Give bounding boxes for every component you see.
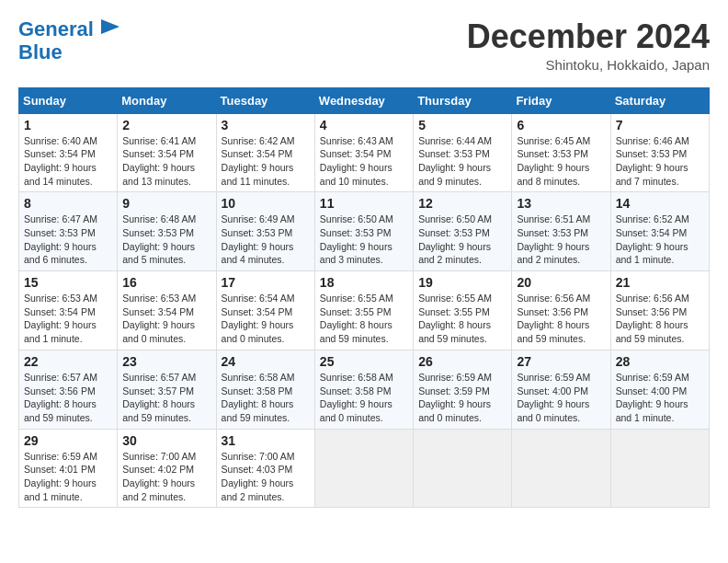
day-number: 8 (24, 196, 112, 211)
day-number: 12 (418, 196, 506, 211)
title-section: December 2024 Shintoku, Hokkaido, Japan (467, 18, 710, 73)
calendar-cell: 19Sunrise: 6:55 AMSunset: 3:55 PMDayligh… (414, 271, 512, 350)
day-number: 4 (320, 118, 408, 132)
calendar-cell: 28Sunrise: 6:59 AMSunset: 4:00 PMDayligh… (610, 350, 709, 429)
logo-text: General (18, 18, 119, 41)
calendar-week-row: 15Sunrise: 6:53 AMSunset: 3:54 PMDayligh… (19, 271, 710, 350)
calendar-cell: 5Sunrise: 6:44 AMSunset: 3:53 PMDaylight… (414, 113, 512, 192)
location: Shintoku, Hokkaido, Japan (467, 57, 710, 73)
calendar-cell: 9Sunrise: 6:48 AMSunset: 3:53 PMDaylight… (118, 192, 216, 271)
calendar-cell (610, 429, 709, 508)
cell-info: Sunrise: 6:45 AMSunset: 3:53 PMDaylight:… (517, 134, 605, 189)
cell-info: Sunrise: 7:00 AMSunset: 4:03 PMDaylight:… (222, 450, 310, 504)
calendar-cell: 27Sunrise: 6:59 AMSunset: 4:00 PMDayligh… (512, 350, 610, 429)
day-number: 14 (616, 196, 704, 211)
day-number: 28 (616, 354, 704, 369)
calendar-cell: 2Sunrise: 6:41 AMSunset: 3:54 PMDaylight… (118, 113, 216, 192)
calendar-cell: 10Sunrise: 6:49 AMSunset: 3:53 PMDayligh… (216, 192, 314, 271)
day-number: 17 (222, 275, 310, 290)
calendar-header-wednesday: Wednesday (314, 87, 413, 113)
cell-info: Sunrise: 6:55 AMSunset: 3:55 PMDaylight:… (418, 292, 506, 346)
day-number: 5 (418, 118, 506, 132)
calendar-cell: 22Sunrise: 6:57 AMSunset: 3:56 PMDayligh… (19, 350, 118, 429)
cell-info: Sunrise: 6:59 AMSunset: 4:00 PMDaylight:… (616, 371, 704, 425)
day-number: 23 (122, 354, 210, 369)
day-number: 27 (517, 354, 605, 369)
day-number: 16 (122, 275, 210, 290)
cell-info: Sunrise: 6:50 AMSunset: 3:53 PMDaylight:… (418, 213, 506, 267)
calendar-cell: 20Sunrise: 6:56 AMSunset: 3:56 PMDayligh… (512, 271, 610, 350)
calendar-cell: 26Sunrise: 6:59 AMSunset: 3:59 PMDayligh… (414, 350, 512, 429)
cell-info: Sunrise: 6:59 AMSunset: 4:00 PMDaylight:… (517, 371, 605, 425)
calendar-header-saturday: Saturday (610, 87, 709, 113)
cell-info: Sunrise: 6:49 AMSunset: 3:53 PMDaylight:… (222, 213, 310, 267)
calendar-table: SundayMondayTuesdayWednesdayThursdayFrid… (18, 87, 710, 509)
day-number: 9 (122, 196, 210, 211)
day-number: 13 (517, 196, 605, 211)
calendar-cell: 29Sunrise: 6:59 AMSunset: 4:01 PMDayligh… (19, 429, 118, 508)
day-number: 1 (24, 118, 112, 132)
calendar-cell: 3Sunrise: 6:42 AMSunset: 3:54 PMDaylight… (216, 113, 314, 192)
cell-info: Sunrise: 6:47 AMSunset: 3:53 PMDaylight:… (24, 213, 112, 267)
calendar-cell: 13Sunrise: 6:51 AMSunset: 3:53 PMDayligh… (512, 192, 610, 271)
calendar-cell: 30Sunrise: 7:00 AMSunset: 4:02 PMDayligh… (118, 429, 216, 508)
calendar-week-row: 29Sunrise: 6:59 AMSunset: 4:01 PMDayligh… (19, 429, 710, 508)
calendar-header-monday: Monday (118, 87, 216, 113)
cell-info: Sunrise: 6:46 AMSunset: 3:53 PMDaylight:… (616, 134, 704, 189)
calendar-week-row: 1Sunrise: 6:40 AMSunset: 3:54 PMDaylight… (19, 113, 710, 192)
calendar-cell (414, 429, 512, 508)
day-number: 10 (222, 196, 310, 211)
calendar-header-thursday: Thursday (414, 87, 512, 113)
calendar-cell (512, 429, 610, 508)
cell-info: Sunrise: 6:48 AMSunset: 3:53 PMDaylight:… (122, 213, 210, 267)
cell-info: Sunrise: 6:57 AMSunset: 3:56 PMDaylight:… (24, 371, 112, 425)
calendar-cell: 16Sunrise: 6:53 AMSunset: 3:54 PMDayligh… (118, 271, 216, 350)
day-number: 20 (517, 275, 605, 290)
cell-info: Sunrise: 6:57 AMSunset: 3:57 PMDaylight:… (122, 371, 210, 425)
cell-info: Sunrise: 6:53 AMSunset: 3:54 PMDaylight:… (122, 292, 210, 346)
month-title: December 2024 (467, 18, 710, 55)
day-number: 26 (418, 354, 506, 369)
calendar-cell (314, 429, 413, 508)
calendar-cell: 14Sunrise: 6:52 AMSunset: 3:54 PMDayligh… (610, 192, 709, 271)
logo-text2: Blue (18, 41, 119, 63)
day-number: 15 (24, 275, 112, 290)
svg-marker-0 (101, 19, 119, 34)
calendar-header-friday: Friday (512, 87, 610, 113)
calendar-week-row: 8Sunrise: 6:47 AMSunset: 3:53 PMDaylight… (19, 192, 710, 271)
day-number: 3 (222, 118, 310, 132)
cell-info: Sunrise: 6:59 AMSunset: 3:59 PMDaylight:… (418, 371, 506, 425)
cell-info: Sunrise: 6:52 AMSunset: 3:54 PMDaylight:… (616, 213, 704, 267)
calendar-cell: 31Sunrise: 7:00 AMSunset: 4:03 PMDayligh… (216, 429, 314, 508)
day-number: 25 (320, 354, 408, 369)
calendar-cell: 1Sunrise: 6:40 AMSunset: 3:54 PMDaylight… (19, 113, 118, 192)
calendar-cell: 7Sunrise: 6:46 AMSunset: 3:53 PMDaylight… (610, 113, 709, 192)
day-number: 21 (616, 275, 704, 290)
cell-info: Sunrise: 6:53 AMSunset: 3:54 PMDaylight:… (24, 292, 112, 346)
cell-info: Sunrise: 6:56 AMSunset: 3:56 PMDaylight:… (517, 292, 605, 346)
cell-info: Sunrise: 6:56 AMSunset: 3:56 PMDaylight:… (616, 292, 704, 346)
cell-info: Sunrise: 7:00 AMSunset: 4:02 PMDaylight:… (122, 450, 210, 504)
calendar-header-row: SundayMondayTuesdayWednesdayThursdayFrid… (19, 87, 710, 113)
cell-info: Sunrise: 6:42 AMSunset: 3:54 PMDaylight:… (222, 134, 310, 189)
calendar-cell: 8Sunrise: 6:47 AMSunset: 3:53 PMDaylight… (19, 192, 118, 271)
calendar-cell: 18Sunrise: 6:55 AMSunset: 3:55 PMDayligh… (314, 271, 413, 350)
cell-info: Sunrise: 6:58 AMSunset: 3:58 PMDaylight:… (320, 371, 408, 425)
calendar-week-row: 22Sunrise: 6:57 AMSunset: 3:56 PMDayligh… (19, 350, 710, 429)
calendar-cell: 25Sunrise: 6:58 AMSunset: 3:58 PMDayligh… (314, 350, 413, 429)
cell-info: Sunrise: 6:51 AMSunset: 3:53 PMDaylight:… (517, 213, 605, 267)
day-number: 2 (122, 118, 210, 132)
cell-info: Sunrise: 6:41 AMSunset: 3:54 PMDaylight:… (122, 134, 210, 189)
calendar-header-tuesday: Tuesday (216, 87, 314, 113)
day-number: 19 (418, 275, 506, 290)
day-number: 24 (222, 354, 310, 369)
calendar-cell: 11Sunrise: 6:50 AMSunset: 3:53 PMDayligh… (314, 192, 413, 271)
day-number: 11 (320, 196, 408, 211)
cell-info: Sunrise: 6:44 AMSunset: 3:53 PMDaylight:… (418, 134, 506, 189)
calendar-cell: 12Sunrise: 6:50 AMSunset: 3:53 PMDayligh… (414, 192, 512, 271)
day-number: 31 (222, 433, 310, 448)
calendar-header-sunday: Sunday (19, 87, 118, 113)
logo: General Blue (18, 18, 119, 63)
day-number: 6 (517, 118, 605, 132)
cell-info: Sunrise: 6:43 AMSunset: 3:54 PMDaylight:… (320, 134, 408, 189)
